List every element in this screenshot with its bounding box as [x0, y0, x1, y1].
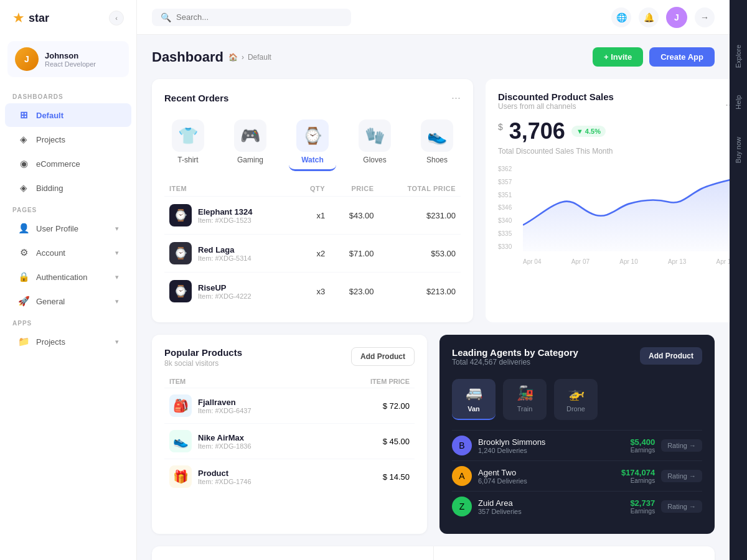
tab-watch[interactable]: ⌚ Watch	[289, 114, 336, 171]
x-label: Apr 13	[668, 258, 686, 265]
cat-tab-train[interactable]: 🚂 Train	[503, 379, 547, 420]
tab-gloves-label: Gloves	[363, 156, 386, 164]
row-qty: x1	[295, 197, 330, 235]
chart-x-labels: Apr 04 Apr 07 Apr 10 Apr 13 Apr 18	[523, 258, 730, 265]
cat-tab-van[interactable]: 🚐 Van	[452, 379, 496, 420]
row-total: $53.00	[379, 235, 461, 273]
sidebar-item-general[interactable]: 🚀 General ▾	[5, 289, 131, 313]
agent-earnings-label: Earnings	[630, 447, 655, 454]
home-icon: 🏠	[228, 53, 238, 62]
page-header: Dashboard 🏠 › Default + Invite Create Ap…	[152, 47, 715, 67]
item-thumb: 🎁	[169, 465, 192, 488]
add-product-button[interactable]: Add Product	[351, 347, 415, 366]
table-row: ⌚ Red Laga Item: #XDG-5314 x2 $71.00 $53…	[164, 235, 461, 273]
topbar-avatar[interactable]: J	[666, 7, 687, 28]
invite-button[interactable]: + Invite	[593, 47, 643, 67]
row-price: $23.00	[330, 273, 378, 310]
sales-value-row: $ 3,706 ▼ 4.5%	[498, 118, 730, 144]
sidebar-item-projects[interactable]: ◈ Projects	[5, 128, 131, 151]
breadcrumb: 🏠 › Default	[228, 53, 271, 62]
tab-shoes[interactable]: 👟 Shoes	[413, 114, 461, 171]
agent-name: Brooklyn Simmons	[478, 437, 545, 447]
search-box[interactable]: 🔍	[152, 9, 351, 26]
sidebar-collapse-button[interactable]: ‹	[109, 11, 124, 26]
buy-now-button[interactable]: Buy now	[731, 129, 746, 170]
search-input[interactable]	[176, 12, 342, 22]
row-total: $213.00	[379, 273, 461, 310]
arrow-right-icon[interactable]: →	[695, 7, 715, 27]
right-panel: Explore Help Buy now	[730, 0, 747, 560]
popular-title-section: Popular Products 8k social visitors	[164, 347, 242, 368]
row-item: ⌚ Red Laga Item: #XDG-5314	[164, 235, 295, 273]
tab-tshirt[interactable]: 👕 T-shirt	[164, 114, 212, 171]
item-name: Red Laga	[198, 245, 251, 254]
agents-title: Leading Agents by Category	[452, 347, 578, 358]
agents-add-product-button[interactable]: Add Product	[640, 347, 702, 365]
row-qty: x2	[295, 235, 330, 273]
avatar: J	[15, 47, 39, 71]
general-icon: 🚀	[17, 295, 30, 307]
agent-avatar: A	[452, 466, 472, 486]
sidebar-section-pages: PAGES 👤 User Profile ▾ ⚙ Account ▾ 🔒 Aut…	[0, 200, 136, 314]
sidebar-item-ecommerce[interactable]: ◉ eCommerce	[5, 152, 131, 175]
sidebar-item-label: Authentication	[36, 273, 109, 282]
cat-tab-drone[interactable]: 🚁 Drone	[554, 379, 598, 420]
row-price: $43.00	[330, 197, 378, 235]
sidebar-item-account[interactable]: ⚙ Account ▾	[5, 241, 131, 264]
row-qty: x3	[295, 273, 330, 310]
pop-item: 🎒 Fjallraven Item: #XDG-6437	[164, 388, 327, 424]
item-thumb: 🎒	[169, 394, 192, 417]
sidebar-item-authentication[interactable]: 🔒 Authentication ▾	[5, 265, 131, 289]
user-info: Johnson React Developer	[45, 51, 96, 68]
top-content-grid: Recent Orders ··· 👕 T-shirt 🎮 Gaming ⌚	[152, 79, 715, 322]
sidebar-logo: ★ star ‹	[0, 0, 136, 36]
tab-tshirt-label: T-shirt	[177, 156, 198, 164]
sidebar-section-dashboards: DASHBOARDS ⊞ Default ◈ Projects ◉ eComme…	[0, 87, 136, 200]
tab-shoes-label: Shoes	[426, 156, 448, 164]
item-sku: Item: #XDG-5314	[198, 254, 251, 262]
help-button[interactable]: Help	[731, 88, 746, 117]
rating-button[interactable]: Rating →	[661, 470, 702, 482]
rating-button[interactable]: Rating →	[661, 439, 702, 452]
sidebar-item-bidding[interactable]: ◈ Bidding	[5, 176, 131, 200]
agent-deliveries: 1,240 Deliveries	[478, 447, 545, 454]
agents-subtitle: Total 424,567 deliveries	[452, 358, 578, 366]
gaming-icon-wrap: 🎮	[234, 119, 266, 152]
agent-name: Zuid Area	[478, 498, 522, 508]
breadcrumb-current: Default	[248, 53, 271, 62]
sales-more-icon[interactable]: ···	[725, 98, 730, 111]
agent-row: B Brooklyn Simmons 1,240 Deliveries $5,4…	[452, 430, 702, 460]
item-sku: Item: #XDG-1523	[198, 217, 252, 224]
sidebar-item-projects-app[interactable]: 📁 Projects ▾	[5, 330, 131, 353]
grid-icon: ⊞	[17, 109, 30, 121]
more-options-icon[interactable]: ···	[451, 91, 461, 105]
item-sku: Item: #XDG-1836	[198, 442, 251, 450]
orders-table: ITEM QTY PRICE TOTAL PRICE ⌚	[164, 181, 461, 310]
table-row: 🎁 Product Item: #XDG-1746 $ 14.50	[164, 459, 415, 495]
sidebar-item-user-profile[interactable]: 👤 User Profile ▾	[5, 217, 131, 240]
pop-price: $ 14.50	[327, 459, 415, 495]
y-label: $362	[498, 166, 512, 172]
col-total: TOTAL PRICE	[379, 181, 461, 197]
sidebar-item-default[interactable]: ⊞ Default	[5, 103, 131, 127]
gloves-icon-wrap: 🧤	[359, 119, 391, 152]
sidebar: ★ star ‹ J Johnson React Developer DASHB…	[0, 0, 137, 560]
drone-icon: 🚁	[568, 385, 585, 401]
agent-earnings: $5,400	[630, 437, 655, 447]
pop-col-price: ITEM PRICE	[327, 375, 415, 388]
tab-gloves[interactable]: 🧤 Gloves	[351, 114, 398, 171]
pop-price: $ 72.00	[327, 388, 415, 424]
item-thumb: ⌚	[169, 280, 192, 302]
ecommerce-icon: ◉	[17, 157, 30, 170]
table-row: ⌚ RiseUP Item: #XDG-4222 x3 $23.00 $213.…	[164, 273, 461, 310]
leading-agents-card: Leading Agents by Category Total 424,567…	[439, 335, 715, 534]
create-app-button[interactable]: Create App	[649, 47, 715, 67]
cat-label: Van	[467, 405, 480, 413]
globe-icon[interactable]: 🌐	[611, 7, 631, 27]
tab-gaming[interactable]: 🎮 Gaming	[227, 114, 274, 171]
notification-icon[interactable]: 🔔	[639, 7, 659, 27]
recent-orders-card: Recent Orders ··· 👕 T-shirt 🎮 Gaming ⌚	[152, 79, 473, 322]
item-name: Product	[198, 469, 251, 478]
rating-button[interactable]: Rating →	[661, 500, 702, 513]
explore-button[interactable]: Explore	[731, 37, 746, 75]
